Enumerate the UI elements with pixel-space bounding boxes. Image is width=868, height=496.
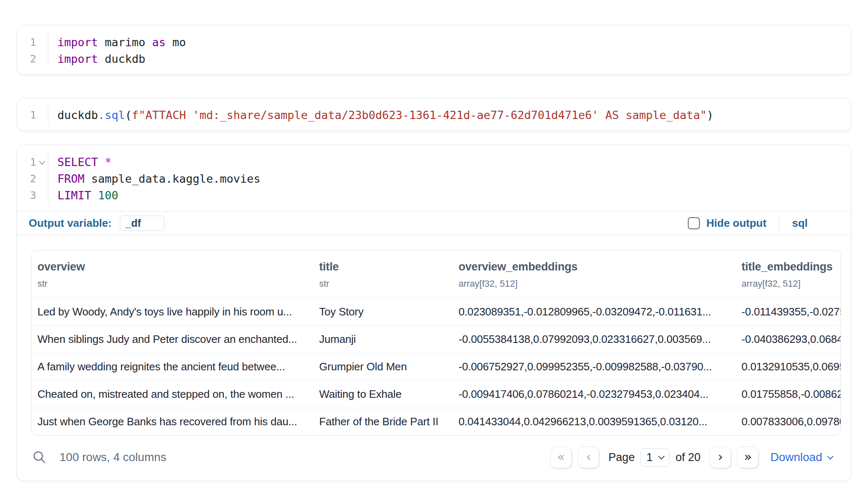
code-editor-attach[interactable]: 1 duckdb.sql(f"ATTACH 'md:_share/sample_… [17,98,851,131]
output-variable-input[interactable] [120,216,165,231]
column-header-title[interactable]: titlestr [313,250,453,298]
line-number: 2 [17,170,48,187]
table-cell: Grumpier Old Men [313,360,453,373]
code-token: import [57,52,98,65]
code-token: mo [166,36,186,49]
code-token: "ATTACH 'md:_share/sample_data/23b0d623-… [139,109,707,122]
code-token: sql [105,109,125,122]
column-header-title_embeddings[interactable]: title_embeddingsarray[f32, 512] [736,250,841,298]
column-header-overview[interactable]: overviewstr [32,250,313,298]
column-name: title [319,260,447,273]
hide-output-label[interactable]: Hide output [707,217,766,230]
code-token: ( [125,109,132,122]
table-cell: -0.006752927,0.099952355,-0.009982588,-0… [453,360,736,373]
code-token: duckdb [98,52,146,65]
code-token [98,156,105,169]
page-select-value: 1 [646,451,652,464]
code-line: duckdb.sql(f"ATTACH 'md:_share/sample_da… [57,107,841,123]
code-token: duckdb [57,109,98,122]
line-number: 1 [17,154,48,170]
line-number-value: 1 [30,156,36,168]
table-cell: -0.040386293,0.0684511 [736,333,841,346]
line-number-value: 1 [30,109,36,121]
next-page-button[interactable]: › [709,446,731,468]
hide-output-checkbox[interactable] [688,217,700,229]
sql-cell-toolbar: Output variable: Hide output sql [17,211,851,235]
fold-spacer [36,50,48,67]
code-token: FROM [57,172,84,185]
fold-spacer [36,107,48,123]
table-row: A family wedding reignites the ancient f… [32,353,841,380]
code-editor-imports[interactable]: 12 import marimo as moimport duckdb [17,25,851,74]
code-token: . [98,109,105,122]
fold-chevron-icon[interactable] [36,154,48,170]
column-name: overview_embeddings [459,260,730,273]
download-button[interactable]: Download [770,451,833,464]
table-cell: Waiting to Exhale [313,388,453,401]
code-token: import [57,36,98,49]
cell-attach-database: 1 duckdb.sql(f"ATTACH 'md:_share/sample_… [17,98,851,131]
fold-spacer [36,34,48,50]
table-cell: Father of the Bride Part II [313,415,453,428]
table-cell: Cheated on, mistreated and stepped on, t… [32,388,313,401]
code-token: SELECT [57,156,98,169]
cell-imports: 12 import marimo as moimport duckdb [17,25,851,75]
page-label: Page [608,451,635,464]
table-cell: -0.0055384138,0.07992093,0.023316627,0.0… [453,333,736,346]
column-type: array[f32, 512] [459,278,730,289]
code-token [91,189,98,202]
language-badge[interactable]: sql [792,217,808,230]
line-number-value: 1 [30,36,36,48]
column-header-overview_embeddings[interactable]: overview_embeddingsarray[f32, 512] [453,250,736,298]
code-token: 100 [98,189,119,202]
code-token: as [152,36,166,49]
last-page-button[interactable]: » [737,446,759,468]
code-editor-sql[interactable]: 123 SELECT *FROM sample_data.kaggle.movi… [17,145,851,211]
row-count-summary: 100 rows, 4 columns [60,451,166,464]
line-number: 2 [17,50,48,67]
page-select[interactable]: 1 [640,448,670,467]
table-cell: Led by Woody, Andy's toys live happily i… [32,305,313,318]
page-total-label: of 20 [675,451,700,464]
chevron-down-icon [827,453,834,459]
table-cell: 0.01755858,-0.00862868 [736,388,841,401]
table-cell: Just when George Banks has recovered fro… [32,415,313,428]
table-cell: 0.007833006,0.0978012 [736,415,841,428]
table-cell: -0.009417406,0.07860214,-0.023279453,0.0… [453,388,736,401]
table-body: Led by Woody, Andy's toys live happily i… [32,298,841,435]
table-row: Led by Woody, Andy's toys live happily i… [32,298,841,325]
toolbar-divider [779,214,780,232]
column-name: overview [37,260,308,273]
table-cell: A family wedding reignites the ancient f… [32,360,313,373]
first-page-button[interactable]: « [550,446,572,468]
line-number: 1 [17,34,48,50]
table-footer: 100 rows, 4 columns « ‹ Page 1 of 20 › »… [17,436,851,481]
table-header-row: overviewstrtitlestroverview_embeddingsar… [32,250,841,298]
table-cell: Toy Story [313,305,453,318]
chevron-down-icon [658,453,665,459]
code-token: f [132,109,139,122]
table-cell: Jumanji [313,333,453,346]
table-cell: -0.011439355,-0.0275258 [736,305,841,318]
prev-page-button[interactable]: ‹ [578,446,599,468]
code-line: import marimo as mo [57,34,841,50]
code-token: ) [707,109,714,122]
table-row: Just when George Banks has recovered fro… [32,408,841,435]
output-table: overviewstrtitlestroverview_embeddingsar… [31,250,841,436]
table-row: When siblings Judy and Peter discover an… [32,325,841,353]
code-token: marimo [98,36,152,49]
column-type: str [37,278,308,289]
table-cell: When siblings Judy and Peter discover an… [32,333,313,346]
search-icon[interactable] [32,450,47,465]
output-variable-label: Output variable: [29,217,112,230]
table-cell: 0.023089351,-0.012809965,-0.03209472,-0.… [453,305,736,318]
line-number: 1 [17,107,48,123]
download-label: Download [770,451,822,464]
line-number-value: 2 [30,173,36,185]
cell-sql-query: 123 SELECT *FROM sample_data.kaggle.movi… [17,145,851,481]
code-token: sample_data.kaggle.movies [84,172,260,185]
code-line: FROM sample_data.kaggle.movies [57,170,841,187]
column-name: title_embeddings [742,260,835,273]
line-number-gutter: 1 [17,107,48,123]
fold-spacer [36,187,48,203]
